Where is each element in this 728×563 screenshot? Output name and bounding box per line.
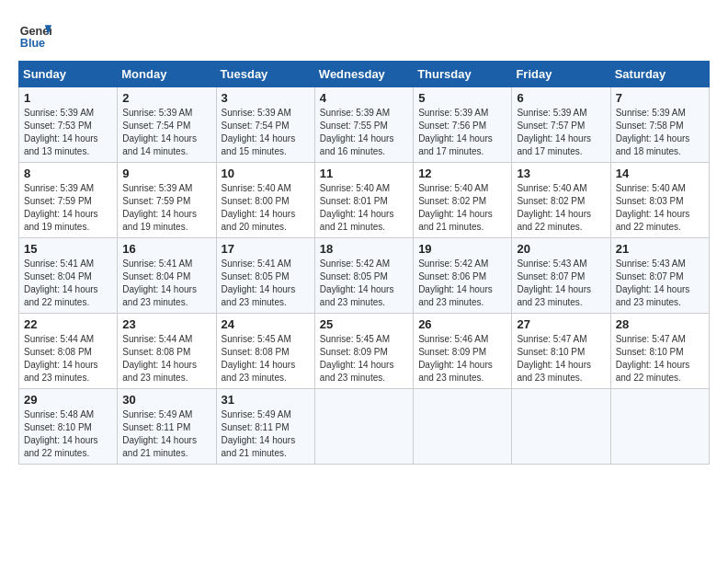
- day-number: 2: [122, 91, 210, 105]
- calendar-week-3: 15 Sunrise: 5:41 AM Sunset: 8:04 PM Dayl…: [19, 238, 710, 314]
- calendar-cell: 25 Sunrise: 5:45 AM Sunset: 8:09 PM Dayl…: [314, 314, 413, 389]
- day-info: Sunrise: 5:40 AM Sunset: 8:01 PM Dayligh…: [320, 182, 408, 234]
- day-info: Sunrise: 5:39 AM Sunset: 7:54 PM Dayligh…: [222, 107, 310, 158]
- calendar-cell: 15 Sunrise: 5:41 AM Sunset: 8:04 PM Dayl…: [19, 238, 118, 314]
- svg-text:Blue: Blue: [20, 37, 45, 50]
- day-info: Sunrise: 5:49 AM Sunset: 8:11 PM Dayligh…: [222, 408, 310, 460]
- day-number: 7: [616, 91, 704, 105]
- calendar-week-2: 8 Sunrise: 5:39 AM Sunset: 7:59 PM Dayli…: [19, 163, 710, 238]
- day-number: 29: [24, 393, 112, 407]
- day-info: Sunrise: 5:49 AM Sunset: 8:11 PM Dayligh…: [122, 408, 210, 460]
- calendar-cell: 28 Sunrise: 5:47 AM Sunset: 8:10 PM Dayl…: [610, 314, 709, 389]
- day-info: Sunrise: 5:45 AM Sunset: 8:09 PM Dayligh…: [320, 333, 408, 385]
- weekday-header-sunday: Sunday: [19, 62, 118, 87]
- calendar-week-5: 29 Sunrise: 5:48 AM Sunset: 8:10 PM Dayl…: [19, 389, 710, 465]
- calendar-cell: 24 Sunrise: 5:45 AM Sunset: 8:08 PM Dayl…: [216, 314, 314, 389]
- day-info: Sunrise: 5:42 AM Sunset: 8:06 PM Dayligh…: [418, 258, 506, 309]
- day-number: 23: [122, 317, 210, 331]
- weekday-header-tuesday: Tuesday: [216, 62, 314, 87]
- day-info: Sunrise: 5:39 AM Sunset: 7:56 PM Dayligh…: [418, 107, 506, 158]
- day-info: Sunrise: 5:48 AM Sunset: 8:10 PM Dayligh…: [24, 408, 112, 460]
- weekday-header-wednesday: Wednesday: [314, 62, 413, 87]
- calendar-cell: [314, 389, 413, 465]
- calendar-cell: 16 Sunrise: 5:41 AM Sunset: 8:04 PM Dayl…: [118, 238, 216, 314]
- day-number: 18: [320, 242, 408, 256]
- day-number: 13: [517, 167, 605, 180]
- day-info: Sunrise: 5:41 AM Sunset: 8:04 PM Dayligh…: [24, 258, 112, 309]
- calendar-cell: 6 Sunrise: 5:39 AM Sunset: 7:57 PM Dayli…: [512, 87, 610, 163]
- calendar-cell: 12 Sunrise: 5:40 AM Sunset: 8:02 PM Dayl…: [414, 163, 512, 238]
- logo: General Blue: [18, 18, 51, 52]
- calendar-cell: 14 Sunrise: 5:40 AM Sunset: 8:03 PM Dayl…: [610, 163, 709, 238]
- day-number: 21: [616, 242, 704, 256]
- day-info: Sunrise: 5:39 AM Sunset: 7:59 PM Dayligh…: [122, 182, 210, 234]
- day-info: Sunrise: 5:39 AM Sunset: 7:53 PM Dayligh…: [24, 107, 112, 158]
- day-info: Sunrise: 5:43 AM Sunset: 8:07 PM Dayligh…: [517, 258, 605, 309]
- day-number: 1: [24, 91, 112, 105]
- day-number: 4: [320, 91, 408, 105]
- calendar-cell: 23 Sunrise: 5:44 AM Sunset: 8:08 PM Dayl…: [118, 314, 216, 389]
- day-info: Sunrise: 5:44 AM Sunset: 8:08 PM Dayligh…: [122, 333, 210, 385]
- day-info: Sunrise: 5:46 AM Sunset: 8:09 PM Dayligh…: [418, 333, 506, 385]
- day-number: 9: [122, 167, 210, 180]
- calendar-cell: 10 Sunrise: 5:40 AM Sunset: 8:00 PM Dayl…: [216, 163, 314, 238]
- day-info: Sunrise: 5:41 AM Sunset: 8:04 PM Dayligh…: [122, 258, 210, 309]
- calendar-cell: 22 Sunrise: 5:44 AM Sunset: 8:08 PM Dayl…: [19, 314, 118, 389]
- calendar-week-4: 22 Sunrise: 5:44 AM Sunset: 8:08 PM Dayl…: [19, 314, 710, 389]
- calendar-cell: 27 Sunrise: 5:47 AM Sunset: 8:10 PM Dayl…: [512, 314, 610, 389]
- weekday-header-friday: Friday: [512, 62, 610, 87]
- calendar-cell: 11 Sunrise: 5:40 AM Sunset: 8:01 PM Dayl…: [314, 163, 413, 238]
- day-number: 3: [222, 91, 310, 105]
- day-info: Sunrise: 5:39 AM Sunset: 7:59 PM Dayligh…: [24, 182, 112, 234]
- weekday-header-thursday: Thursday: [414, 62, 512, 87]
- day-number: 10: [222, 167, 310, 180]
- day-number: 27: [517, 317, 605, 331]
- day-number: 15: [24, 242, 112, 256]
- day-info: Sunrise: 5:39 AM Sunset: 7:55 PM Dayligh…: [320, 107, 408, 158]
- calendar-cell: 8 Sunrise: 5:39 AM Sunset: 7:59 PM Dayli…: [19, 163, 118, 238]
- calendar-cell: 2 Sunrise: 5:39 AM Sunset: 7:54 PM Dayli…: [118, 87, 216, 163]
- calendar-cell: 7 Sunrise: 5:39 AM Sunset: 7:58 PM Dayli…: [610, 87, 709, 163]
- day-info: Sunrise: 5:40 AM Sunset: 8:03 PM Dayligh…: [616, 182, 704, 234]
- calendar-cell: [414, 389, 512, 465]
- day-number: 25: [320, 317, 408, 331]
- day-info: Sunrise: 5:42 AM Sunset: 8:05 PM Dayligh…: [320, 258, 408, 309]
- calendar-body: 1 Sunrise: 5:39 AM Sunset: 7:53 PM Dayli…: [19, 87, 710, 465]
- day-info: Sunrise: 5:43 AM Sunset: 8:07 PM Dayligh…: [616, 258, 704, 309]
- calendar-cell: [512, 389, 610, 465]
- calendar-cell: 5 Sunrise: 5:39 AM Sunset: 7:56 PM Dayli…: [414, 87, 512, 163]
- day-number: 12: [418, 167, 506, 180]
- calendar-cell: 17 Sunrise: 5:41 AM Sunset: 8:05 PM Dayl…: [216, 238, 314, 314]
- calendar-cell: 1 Sunrise: 5:39 AM Sunset: 7:53 PM Dayli…: [19, 87, 118, 163]
- weekday-header-monday: Monday: [118, 62, 216, 87]
- day-number: 8: [24, 167, 112, 180]
- calendar-cell: [610, 389, 709, 465]
- weekday-header-saturday: Saturday: [610, 62, 709, 87]
- day-number: 22: [24, 317, 112, 331]
- day-number: 5: [418, 91, 506, 105]
- day-info: Sunrise: 5:39 AM Sunset: 7:58 PM Dayligh…: [616, 107, 704, 158]
- calendar-cell: 26 Sunrise: 5:46 AM Sunset: 8:09 PM Dayl…: [414, 314, 512, 389]
- calendar-cell: 21 Sunrise: 5:43 AM Sunset: 8:07 PM Dayl…: [610, 238, 709, 314]
- calendar-table: SundayMondayTuesdayWednesdayThursdayFrid…: [18, 61, 710, 465]
- calendar-cell: 29 Sunrise: 5:48 AM Sunset: 8:10 PM Dayl…: [19, 389, 118, 465]
- day-info: Sunrise: 5:40 AM Sunset: 8:02 PM Dayligh…: [517, 182, 605, 234]
- calendar-cell: 31 Sunrise: 5:49 AM Sunset: 8:11 PM Dayl…: [216, 389, 314, 465]
- calendar-cell: 13 Sunrise: 5:40 AM Sunset: 8:02 PM Dayl…: [512, 163, 610, 238]
- calendar-cell: 18 Sunrise: 5:42 AM Sunset: 8:05 PM Dayl…: [314, 238, 413, 314]
- day-number: 11: [320, 167, 408, 180]
- calendar-cell: 30 Sunrise: 5:49 AM Sunset: 8:11 PM Dayl…: [118, 389, 216, 465]
- calendar-cell: 4 Sunrise: 5:39 AM Sunset: 7:55 PM Dayli…: [314, 87, 413, 163]
- day-number: 14: [616, 167, 704, 180]
- day-number: 17: [222, 242, 310, 256]
- calendar-cell: 9 Sunrise: 5:39 AM Sunset: 7:59 PM Dayli…: [118, 163, 216, 238]
- day-info: Sunrise: 5:39 AM Sunset: 7:57 PM Dayligh…: [517, 107, 605, 158]
- day-info: Sunrise: 5:41 AM Sunset: 8:05 PM Dayligh…: [222, 258, 310, 309]
- day-number: 28: [616, 317, 704, 331]
- calendar-header-row: SundayMondayTuesdayWednesdayThursdayFrid…: [19, 62, 710, 87]
- day-number: 30: [122, 393, 210, 407]
- calendar-cell: 20 Sunrise: 5:43 AM Sunset: 8:07 PM Dayl…: [512, 238, 610, 314]
- day-info: Sunrise: 5:47 AM Sunset: 8:10 PM Dayligh…: [517, 333, 605, 385]
- calendar-cell: 3 Sunrise: 5:39 AM Sunset: 7:54 PM Dayli…: [216, 87, 314, 163]
- day-info: Sunrise: 5:40 AM Sunset: 8:02 PM Dayligh…: [418, 182, 506, 234]
